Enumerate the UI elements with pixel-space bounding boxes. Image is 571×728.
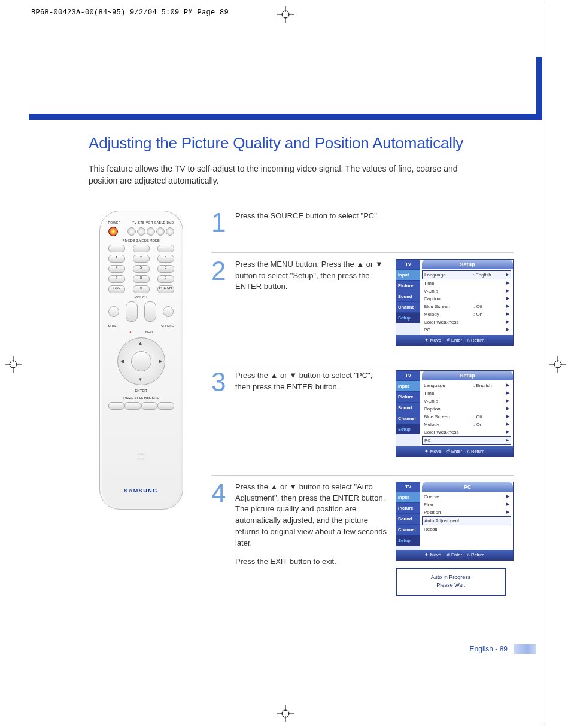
- osd-tab-picture: Picture: [396, 280, 420, 291]
- osd-setup-menu: TV Setup Input Picture Sound Channel Set…: [396, 259, 514, 346]
- osd-row: Blue Screen: Off▶: [422, 413, 511, 421]
- crop-mark-bottom-icon: [277, 705, 294, 722]
- osd-row: Melody: On▶: [422, 310, 511, 318]
- osd-title: Setup: [422, 371, 513, 380]
- osd-row: Color Weakness▶: [422, 428, 511, 436]
- num-4-icon: 4: [108, 265, 125, 273]
- osd-row: Melody: On▶: [422, 421, 511, 428]
- page-footer: English - 89: [470, 644, 536, 654]
- osd-row: V-Chip▶: [422, 287, 511, 295]
- osd-row: Time▶: [422, 279, 511, 287]
- osd-row: Language: English▶: [422, 382, 511, 389]
- osd-row: Caption▶: [422, 405, 511, 413]
- wait-line1: Auto in Progress: [397, 574, 505, 582]
- num-8-icon: 8: [133, 275, 150, 283]
- osd-tab-input: Input: [396, 269, 420, 280]
- osd-foot-return: ⎌ Return: [467, 449, 485, 454]
- num-5-icon: 5: [133, 265, 150, 273]
- bottom-row-label: P.SIZE STILL MTS SRS: [106, 396, 177, 400]
- crop-mark-right-icon: [549, 356, 566, 373]
- step-text: Press the ▲ or ▼ button to select "Auto …: [235, 482, 387, 568]
- step-text: Press the MENU button. Press the ▲ or ▼ …: [235, 259, 387, 293]
- osd-tv-label: TV: [396, 482, 420, 492]
- num-0-icon: 0: [133, 285, 150, 293]
- osd-foot-move: ✦ Move: [424, 337, 441, 343]
- mute-label: MUTE: [108, 324, 117, 328]
- osd-tv-label: TV: [396, 371, 420, 380]
- osd-row: PC▶: [422, 436, 511, 445]
- intro-paragraph: This feature allows the TV to self-adjus…: [89, 163, 472, 187]
- osd-tab-channel: Channel: [396, 413, 420, 424]
- step-3: 3 Press the ▲ or ▼ button to select "PC"…: [211, 364, 514, 457]
- osd-row: Auto Adjustment: [422, 516, 511, 525]
- osd-row: Color Weakness▶: [422, 318, 511, 326]
- osd-row: Position▶: [422, 508, 511, 516]
- dots-icon: ○ ○ ○○ ○ ○: [100, 452, 183, 461]
- num-9-icon: 9: [157, 275, 174, 283]
- osd-foot-move: ✦ Move: [424, 449, 441, 454]
- step-number: 3: [211, 370, 229, 394]
- osd-tab-input: Input: [396, 380, 420, 391]
- osd-row: Caption▶: [422, 295, 511, 303]
- osd-row: PC▶: [422, 326, 511, 334]
- device-dot-icon: [127, 227, 136, 236]
- osd-foot-enter: ⏎ Enter: [446, 552, 462, 558]
- device-row-label: TV STB VCR CABLE DVD: [132, 221, 174, 224]
- osd-foot-enter: ⏎ Enter: [446, 337, 462, 343]
- psize-button-icon: [108, 402, 125, 410]
- osd-footer: ✦ Move ⏎ Enter ⎌ Return: [396, 446, 513, 456]
- prech-icon: PRE-CH: [157, 285, 174, 293]
- mute-icon: [108, 306, 119, 317]
- header-blue-band: [29, 57, 542, 120]
- pmode-button-icon: [108, 245, 125, 252]
- brand-logo: SAMSUNG: [100, 488, 183, 494]
- num-6-icon: 6: [157, 265, 174, 273]
- step-number: 2: [211, 259, 229, 283]
- mode-label: P.MODE S.MODE MODE: [106, 239, 177, 242]
- footer-mark-icon: [514, 644, 536, 654]
- smode-button-icon: [133, 245, 150, 252]
- device-dot-icon: [156, 227, 165, 236]
- source-button-icon: [163, 306, 174, 317]
- power-icon: [108, 227, 118, 236]
- osd-footer: ✦ Move ⏎ Enter ⎌ Return: [396, 550, 513, 560]
- crop-mark-top-icon: [277, 6, 294, 23]
- ch-rocker-icon: [144, 301, 156, 322]
- num-2-icon: 2: [133, 255, 150, 263]
- step-1: 1 Press the SOURCE button to select "PC"…: [211, 211, 514, 234]
- osd-row: Time▶: [422, 389, 511, 397]
- device-dot-icon: [166, 227, 174, 236]
- plus100-icon: +100: [108, 285, 125, 293]
- osd-row: V-Chip▶: [422, 397, 511, 405]
- osd-title: PC: [422, 482, 513, 492]
- power-label: POWER: [108, 221, 121, 224]
- osd-tab-sound: Sound: [396, 291, 420, 301]
- print-job-header: BP68-00423A-00(84~95) 9/2/04 5:09 PM Pag…: [31, 8, 229, 17]
- info-label: INFO: [145, 330, 153, 334]
- osd-tab-channel: Channel: [396, 301, 420, 312]
- vol-ch-label: VOL CH: [106, 296, 177, 299]
- osd-row: Coarse▶: [422, 493, 511, 501]
- osd-tab-picture: Picture: [396, 391, 420, 402]
- osd-tab-setup: Setup: [396, 312, 420, 323]
- num-3-icon: 3: [157, 255, 174, 263]
- enter-label: ENTER: [106, 389, 177, 392]
- page-edge-line: [543, 4, 543, 724]
- osd-tv-label: TV: [396, 260, 420, 269]
- osd-title: Setup: [422, 260, 513, 269]
- crop-mark-left-icon: [5, 356, 22, 373]
- num-1-icon: 1: [108, 255, 125, 263]
- osd-foot-return: ⎌ Return: [467, 337, 485, 343]
- wait-line2: Please Wait: [397, 581, 505, 590]
- still-button-icon: [124, 402, 141, 410]
- device-dot-icon: [137, 227, 145, 236]
- osd-row: Language: English▶: [422, 270, 511, 279]
- remote-illustration: POWERTV STB VCR CABLE DVD P.MODE S.MODE …: [99, 211, 183, 510]
- step-number: 4: [211, 482, 229, 505]
- step-text: Press the SOURCE button to select "PC".: [235, 211, 514, 222]
- num-7-icon: 7: [108, 275, 125, 283]
- nav-pad-icon: ▲ ▼ ◀ ▶: [117, 337, 165, 385]
- osd-tab-setup: Setup: [396, 424, 420, 434]
- osd-foot-return: ⎌ Return: [467, 552, 485, 558]
- mode-button-icon: [157, 245, 174, 252]
